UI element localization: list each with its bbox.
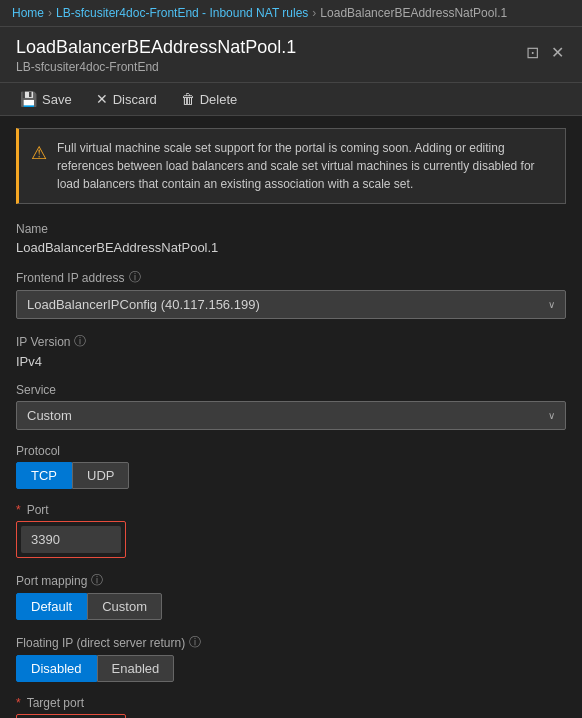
close-button[interactable]: ✕ [549, 41, 566, 64]
target-port-field-group: * Target port [16, 696, 566, 718]
service-group: Service Custom ∨ [16, 383, 566, 430]
target-port-required-indicator: * [16, 696, 21, 710]
breadcrumb-parent[interactable]: LB-sfcusiter4doc-FrontEnd - Inbound NAT … [56, 6, 308, 20]
name-label: Name [16, 222, 566, 236]
target-port-error-border [16, 714, 126, 718]
protocol-toggle-group: TCP UDP [16, 462, 566, 489]
floating-ip-disabled-button[interactable]: Disabled [16, 655, 97, 682]
floating-ip-info-icon: ⓘ [189, 634, 201, 651]
name-field-group: Name LoadBalancerBEAddressNatPool.1 [16, 222, 566, 255]
service-label: Service [16, 383, 566, 397]
target-port-label: * Target port [16, 696, 566, 710]
floating-ip-label: Floating IP (direct server return) ⓘ [16, 634, 566, 651]
protocol-label: Protocol [16, 444, 566, 458]
content-area: ⚠ Full virtual machine scale set support… [0, 116, 582, 718]
floating-ip-toggle-group: Disabled Enabled [16, 655, 566, 682]
port-mapping-group: Port mapping ⓘ Default Custom [16, 572, 566, 620]
save-icon: 💾 [20, 91, 37, 107]
frontend-ip-group: Frontend IP address ⓘ LoadBalancerIPConf… [16, 269, 566, 319]
ip-version-label: IP Version ⓘ [16, 333, 566, 350]
warning-text: Full virtual machine scale set support f… [57, 139, 553, 193]
floating-ip-enabled-button[interactable]: Enabled [97, 655, 175, 682]
port-mapping-default-button[interactable]: Default [16, 593, 87, 620]
toolbar: 💾 Save ✕ Discard 🗑 Delete [0, 83, 582, 116]
page-header: LoadBalancerBEAddressNatPool.1 LB-sfcusi… [0, 27, 582, 83]
breadcrumb-current: LoadBalancerBEAddressNatPool.1 [320, 6, 507, 20]
frontend-ip-label: Frontend IP address ⓘ [16, 269, 566, 286]
chevron-down-icon: ∨ [548, 410, 555, 421]
port-field-group: * Port [16, 503, 566, 558]
ip-version-value: IPv4 [16, 354, 566, 369]
protocol-group: Protocol TCP UDP [16, 444, 566, 489]
frontend-ip-info-icon: ⓘ [129, 269, 141, 286]
port-label: * Port [16, 503, 566, 517]
breadcrumb-home[interactable]: Home [12, 6, 44, 20]
page-subtitle: LB-sfcusiter4doc-FrontEnd [16, 60, 296, 74]
discard-button[interactable]: ✕ Discard [92, 89, 161, 109]
port-mapping-info-icon: ⓘ [91, 572, 103, 589]
service-dropdown[interactable]: Custom ∨ [16, 401, 566, 430]
warning-banner: ⚠ Full virtual machine scale set support… [16, 128, 566, 204]
port-error-border [16, 521, 126, 558]
delete-button[interactable]: 🗑 Delete [177, 89, 242, 109]
delete-icon: 🗑 [181, 91, 195, 107]
port-required-indicator: * [16, 503, 21, 517]
chevron-down-icon: ∨ [548, 299, 555, 310]
restore-button[interactable]: ⊡ [524, 41, 541, 64]
port-input[interactable] [21, 526, 121, 553]
warning-icon: ⚠ [31, 140, 47, 193]
discard-icon: ✕ [96, 91, 108, 107]
port-mapping-label: Port mapping ⓘ [16, 572, 566, 589]
port-mapping-custom-button[interactable]: Custom [87, 593, 162, 620]
frontend-ip-dropdown[interactable]: LoadBalancerIPConfig (40.117.156.199) ∨ [16, 290, 566, 319]
protocol-udp-button[interactable]: UDP [72, 462, 129, 489]
ip-version-group: IP Version ⓘ IPv4 [16, 333, 566, 369]
floating-ip-group: Floating IP (direct server return) ⓘ Dis… [16, 634, 566, 682]
service-selected: Custom [27, 408, 72, 423]
page-title: LoadBalancerBEAddressNatPool.1 [16, 37, 296, 58]
breadcrumb: Home › LB-sfcusiter4doc-FrontEnd - Inbou… [0, 0, 582, 27]
save-button[interactable]: 💾 Save [16, 89, 76, 109]
port-mapping-toggle-group: Default Custom [16, 593, 566, 620]
protocol-tcp-button[interactable]: TCP [16, 462, 72, 489]
name-value: LoadBalancerBEAddressNatPool.1 [16, 240, 566, 255]
ip-version-info-icon: ⓘ [74, 333, 86, 350]
frontend-ip-selected: LoadBalancerIPConfig (40.117.156.199) [27, 297, 260, 312]
